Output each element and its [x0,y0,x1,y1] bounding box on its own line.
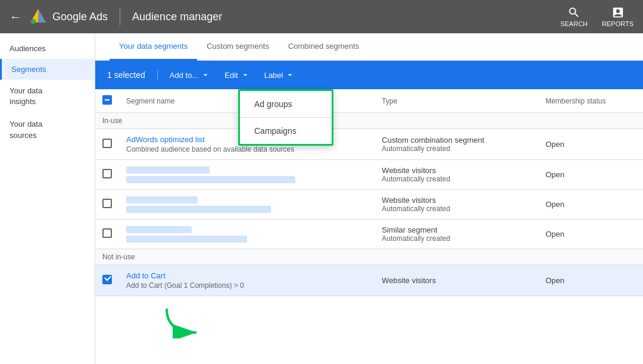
svg-marker-1 [38,9,46,22]
topbar-actions: SEARCH REPORTS [560,6,633,27]
selected-count: 1 selected [105,70,158,80]
row3-type-cell: Website visitors Automatically created [374,190,538,219]
table-header-row: Segment name Type Membership status [95,89,643,113]
row4-blurred-name [126,226,192,233]
tab-your-data-segments[interactable]: Your data segments [110,33,197,61]
select-all-checkbox[interactable] [102,95,112,105]
row5-segment-name-cell: Add to Cart Add to Cart (Goal 1 Completi… [119,265,374,296]
topbar-divider [120,8,120,26]
dropdown-item-campaigns[interactable]: Campaigns [240,118,332,144]
row5-checkbox-cell [95,265,119,296]
back-button[interactable]: ← [10,10,21,24]
section-in-use: In-use [95,113,643,129]
row3-blurred-desc [126,206,271,213]
row3-blurred-name [126,196,198,203]
action-bar: 1 selected Add to... Edit Label Ad group… [95,61,643,89]
row1-type-sub: Automatically created [382,145,531,153]
row2-checkbox-cell [95,160,119,190]
row1-checkbox[interactable] [102,139,112,148]
table-row: AdWords optimized list Combined audience… [95,129,643,160]
row5-type-cell: Website visitors [374,265,538,296]
tab-custom-segments[interactable]: Custom segments [197,33,279,61]
row3-type-sub: Automatically created [382,205,531,213]
row4-type: Similar segment [382,225,531,234]
sidebar-item-audiences[interactable]: Audiences [0,38,95,59]
row2-type-sub: Automatically created [382,175,531,183]
sidebar-item-your-data-sources[interactable]: Your datasources [0,113,95,146]
table-row: Similar segment Automatically created Op… [95,219,643,249]
row5-status: Open [538,265,643,296]
row4-checkbox-cell [95,219,119,249]
row3-segment-name-cell [119,190,374,219]
green-arrow-indicator [161,303,208,340]
tab-combined-segments[interactable]: Combined segments [279,33,369,61]
row5-type: Website visitors [382,276,531,285]
row1-checkbox-cell [95,129,119,160]
row2-blurred-desc [126,176,295,183]
row2-type: Website visitors [382,166,531,175]
row3-checkbox[interactable] [102,199,112,208]
app-name: Google Ads [52,11,108,23]
row2-status: Open [538,160,643,190]
row1-segment-desc: Combined audience based on available dat… [126,145,367,153]
table-row-selected: Add to Cart Add to Cart (Goal 1 Completi… [95,265,643,296]
row4-type-sub: Automatically created [382,234,531,243]
row2-segment-name-cell [119,160,374,190]
section-in-use-label: In-use [95,113,643,129]
row3-checkbox-cell [95,190,119,219]
row4-type-cell: Similar segment Automatically created [374,219,538,249]
row4-blurred-desc [126,236,247,243]
google-ads-logo [29,7,48,26]
edit-button[interactable]: Edit [217,65,257,84]
row1-status: Open [538,129,643,160]
svg-point-2 [31,19,36,24]
sidebar-item-segments[interactable]: Segments [0,59,95,80]
row4-status: Open [538,219,643,249]
reports-label: REPORTS [602,20,633,27]
tabs-bar: Your data segments Custom segments Combi… [95,33,643,61]
row2-blurred-name [126,167,210,174]
section-not-in-use: Not in-use [95,249,643,265]
page-title: Audience manager [132,11,560,23]
row2-checkbox[interactable] [102,169,112,178]
row3-status: Open [538,190,643,219]
row4-segment-name-cell [119,219,374,249]
row1-type-cell: Custom combination segment Automatically… [374,129,538,160]
add-to-dropdown: Ad groups Campaigns [238,89,333,146]
table-row: Website visitors Automatically created O… [95,160,643,190]
th-membership-status: Membership status [538,89,643,113]
topbar: ← Google Ads Audience manager SEARCH REP… [0,0,643,33]
search-label: SEARCH [560,20,588,27]
th-checkbox [95,89,119,113]
sidebar: Audiences Segments Your datainsights You… [0,33,95,364]
th-type: Type [374,89,538,113]
row3-type: Website visitors [382,196,531,205]
row1-type: Custom combination segment [382,136,531,145]
reports-button[interactable]: REPORTS [602,6,633,27]
row4-checkbox[interactable] [102,228,112,238]
main-content: Your data segments Custom segments Combi… [95,33,643,364]
sidebar-item-your-data-insights[interactable]: Your datainsights [0,80,95,113]
row5-segment-name[interactable]: Add to Cart [126,271,367,280]
row2-type-cell: Website visitors Automatically created [374,160,538,190]
table-row: Website visitors Automatically created O… [95,190,643,219]
label-button[interactable]: Label [257,65,302,84]
row5-segment-desc: Add to Cart (Goal 1 Completions) > 0 [126,281,367,290]
segments-table: Segment name Type Membership status In-u… [95,89,643,296]
section-not-in-use-label: Not in-use [95,249,643,265]
row5-checkbox[interactable] [102,275,112,284]
add-to-button[interactable]: Add to... [163,65,217,84]
dropdown-item-ad-groups[interactable]: Ad groups [240,91,332,117]
segments-table-container: Segment name Type Membership status In-u… [95,89,643,364]
search-button[interactable]: SEARCH [560,6,588,27]
main-layout: Audiences Segments Your datainsights You… [0,33,643,364]
